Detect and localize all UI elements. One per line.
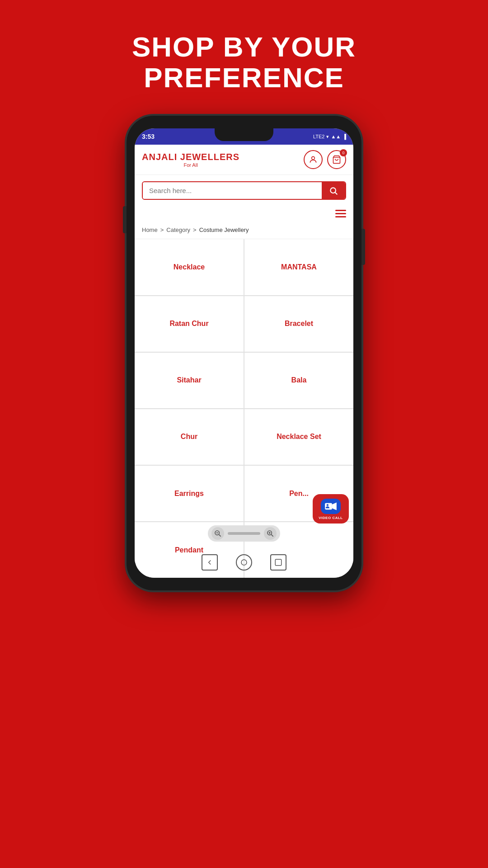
svg-point-0	[312, 157, 315, 160]
svg-point-6	[327, 504, 328, 506]
category-item-0[interactable]: Necklace	[135, 239, 244, 295]
category-label-0: Necklace	[174, 263, 205, 271]
search-button[interactable]	[322, 182, 345, 199]
category-item-6[interactable]: Chur	[135, 409, 244, 465]
page-header: SHOP BY YOUR PREFERENCE	[132, 32, 356, 93]
category-item-3[interactable]: Bracelet	[244, 296, 353, 352]
category-item-2[interactable]: Ratan Chur	[135, 296, 244, 352]
brand-name: ANJALI JEWELLERS	[142, 152, 239, 162]
video-call-label: VIDEO CALL	[319, 516, 343, 520]
breadcrumb: Home > Category > Costume Jewellery	[135, 221, 353, 239]
category-label-3: Bracelet	[285, 320, 313, 328]
category-item-1[interactable]: MANTASA	[244, 239, 353, 295]
search-input[interactable]	[143, 182, 322, 199]
category-item-7[interactable]: Necklace Set	[244, 409, 353, 465]
svg-rect-4	[325, 503, 332, 509]
category-item-8[interactable]: Earrings	[135, 466, 244, 521]
category-label-10: Pendant	[175, 546, 203, 554]
svg-point-14	[241, 560, 247, 565]
hamburger-line3	[335, 216, 346, 217]
header-icons: 0	[304, 150, 346, 169]
network-icon: LTE2	[313, 134, 324, 139]
svg-point-2	[330, 188, 336, 193]
breadcrumb-category[interactable]: Category	[166, 226, 190, 233]
search-bar	[135, 175, 353, 206]
recents-button[interactable]	[270, 554, 286, 571]
phone-screen: 3:53 LTE2 ▾ ▲▲ ▐ ANJALI JEWELLERS For Al…	[135, 128, 353, 578]
category-label-9: Pen...	[289, 490, 309, 498]
svg-rect-15	[275, 560, 282, 566]
phone-mockup: 3:53 LTE2 ▾ ▲▲ ▐ ANJALI JEWELLERS For Al…	[127, 116, 361, 590]
zoom-out-button[interactable]	[211, 527, 224, 540]
category-label-8: Earrings	[174, 490, 204, 498]
breadcrumb-current: Costume Jewellery	[199, 226, 249, 233]
cart-badge: 0	[340, 149, 347, 156]
category-label-7: Necklace Set	[277, 433, 321, 441]
hamburger-line1	[335, 210, 346, 211]
breadcrumb-sep1: >	[160, 226, 164, 233]
profile-button[interactable]	[304, 150, 323, 169]
battery-icon: ▐	[343, 134, 346, 139]
navigation-bar	[202, 554, 286, 571]
hamburger-line2	[335, 213, 346, 214]
category-label-4: Sitahar	[177, 376, 201, 384]
category-item-5[interactable]: Bala	[244, 353, 353, 408]
header-line1: SHOP BY YOUR	[132, 31, 356, 62]
svg-line-8	[219, 534, 221, 537]
back-button[interactable]	[202, 554, 218, 571]
hamburger-menu[interactable]	[335, 210, 346, 217]
zoom-slider[interactable]	[228, 532, 260, 535]
category-item-4[interactable]: Sitahar	[135, 353, 244, 408]
status-time: 3:53	[142, 133, 155, 140]
home-button[interactable]	[236, 554, 252, 571]
brand-block: ANJALI JEWELLERS For All	[142, 152, 239, 168]
video-call-icon	[321, 499, 341, 514]
header-line2: PREFERENCE	[144, 62, 344, 93]
category-label-2: Ratan Chur	[169, 320, 208, 328]
category-label-6: Chur	[181, 433, 197, 441]
video-call-button[interactable]: VIDEO CALL	[313, 494, 349, 524]
signal-icon: ▲▲	[331, 134, 341, 139]
phone-notch	[215, 128, 273, 141]
breadcrumb-home[interactable]: Home	[142, 226, 158, 233]
brand-tagline: For All	[142, 162, 239, 168]
app-header: ANJALI JEWELLERS For All	[135, 145, 353, 175]
wifi-icon: ▾	[326, 134, 329, 140]
breadcrumb-sep2: >	[193, 226, 197, 233]
zoom-in-button[interactable]	[264, 527, 277, 540]
cart-button[interactable]: 0	[327, 150, 346, 169]
category-label-5: Bala	[291, 376, 307, 384]
search-container	[142, 181, 346, 200]
svg-line-11	[271, 534, 273, 537]
status-icons: LTE2 ▾ ▲▲ ▐	[313, 134, 346, 140]
svg-line-3	[335, 193, 338, 195]
category-label-1: MANTASA	[281, 263, 317, 271]
menu-bar	[135, 206, 353, 221]
svg-marker-5	[332, 503, 337, 510]
zoom-controls	[208, 525, 280, 542]
